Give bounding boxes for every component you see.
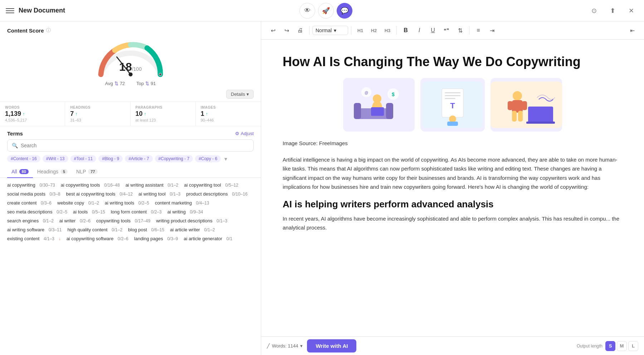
svg-rect-18 xyxy=(447,122,458,126)
format-select[interactable]: Normal ▾ xyxy=(312,26,348,35)
toolbar-separator-2 xyxy=(351,26,351,35)
words-count: Words: 1144 xyxy=(272,343,298,349)
quote-button[interactable]: ❝❞ xyxy=(440,24,453,36)
headings-stat: HEADINGS 7↑ 31–63 xyxy=(65,102,130,126)
svg-rect-27 xyxy=(526,122,555,124)
terms-list: ai copywriting 0/30–73 ai copywriting to… xyxy=(0,178,261,355)
upload-button[interactable]: ⬆ xyxy=(605,4,620,18)
tag-blog[interactable]: #Blog - 9 xyxy=(98,155,123,162)
tag-tool[interactable]: #Tool - 11 xyxy=(70,155,97,162)
list-item: long form content 0/2–3 xyxy=(111,209,162,215)
svg-rect-25 xyxy=(518,111,523,122)
tag-writ[interactable]: #Writ - 13 xyxy=(43,155,68,162)
gauge-target xyxy=(159,73,161,75)
list-item: website copy 0/1–2 xyxy=(57,200,99,206)
list-item: seo meta descriptions 0/2–5 xyxy=(7,209,67,215)
tab-nlp[interactable]: NLP 77 xyxy=(72,166,102,178)
gauge-number: 18 xyxy=(119,60,132,73)
terms-header: Terms ⚙ Adjust xyxy=(0,126,261,139)
misc-button[interactable]: ⇅ xyxy=(454,24,466,36)
doc-title: New Document xyxy=(19,7,65,14)
article-body-1[interactable]: Artificial intelligence is having a big … xyxy=(283,155,623,192)
search-input[interactable] xyxy=(21,143,249,148)
tab-headings[interactable]: Headings 5 xyxy=(33,166,72,178)
search-icon: 🔍 xyxy=(12,143,18,148)
editor-toolbar: ↩ ↪ 🖨 Normal ▾ H1 H2 H3 B I U ❝❞ ⇅ ≡ ⇥ ⇤ xyxy=(261,21,644,40)
svg-text:$: $ xyxy=(392,92,395,97)
menu-icon[interactable] xyxy=(6,6,14,15)
image-source: Image Source: FreeImages xyxy=(283,139,623,148)
italic-button[interactable]: I xyxy=(413,24,425,36)
paragraphs-stat: PARAGRAPHS 10↑ at least 123 xyxy=(131,102,196,126)
redo-button[interactable]: ↪ xyxy=(280,24,293,36)
tag-article[interactable]: #Article - 7 xyxy=(125,155,152,162)
indent-button[interactable]: ⇥ xyxy=(486,24,498,36)
illustration-2: T xyxy=(422,82,483,128)
eye-button[interactable]: ⊙ xyxy=(587,4,601,18)
gauge-denom: /100 xyxy=(132,66,142,72)
article-subtitle-1[interactable]: AI is helping writers perform advanced a… xyxy=(283,199,623,210)
tag-copy[interactable]: #Copy - 6 xyxy=(195,155,221,162)
list-item: ai writing tool 0/1–3 xyxy=(138,191,181,197)
article-body-2[interactable]: In recent years, AI algorithms have beco… xyxy=(283,214,623,232)
svg-rect-21 xyxy=(512,100,523,113)
toolbar-separator-3 xyxy=(396,26,397,35)
list-item: ai article writer 0/1–2 xyxy=(170,227,215,232)
length-s-button[interactable]: S xyxy=(605,341,615,351)
bold-button[interactable]: B xyxy=(400,24,412,36)
info-icon[interactable]: ⓘ xyxy=(46,27,51,34)
chat-button[interactable]: 💬 xyxy=(337,3,352,19)
adjust-button[interactable]: ⚙ Adjust xyxy=(235,131,254,136)
collapse-button[interactable]: ⇤ xyxy=(626,24,638,36)
list-item: ai writing software 0/3–11 xyxy=(7,227,62,232)
tab-all[interactable]: All 80 xyxy=(7,166,33,178)
terms-grid: ai copywriting 0/30–73 ai copywriting to… xyxy=(7,182,254,243)
list-item: ai copywriting 0/30–73 xyxy=(7,182,55,188)
content-score-header: Content Score ⓘ xyxy=(0,21,261,36)
header-left: New Document xyxy=(6,6,65,15)
print-button[interactable]: 🖨 xyxy=(294,24,306,36)
words-chevron[interactable]: ▾ xyxy=(300,343,303,349)
tags-more-button[interactable]: ▾ xyxy=(223,156,229,162)
gauge-avg-top: Avg ⇅ 72 Top ⇅ 91 xyxy=(105,81,156,86)
tag-content[interactable]: #Content - 16 xyxy=(7,155,40,162)
length-m-button[interactable]: M xyxy=(617,341,627,351)
top-value: Top ⇅ 91 xyxy=(136,81,156,86)
h2-button[interactable]: H2 xyxy=(368,24,380,36)
output-length-section: Output length S M L xyxy=(577,341,638,351)
rocket-button[interactable]: 🚀 xyxy=(318,3,334,19)
close-button[interactable]: ✕ xyxy=(624,4,638,18)
preview-button[interactable]: 👁 xyxy=(299,3,315,19)
list-item: landing pages 0/3–9 xyxy=(134,236,178,241)
svg-point-20 xyxy=(513,91,522,100)
main-layout: Content Score ⓘ xyxy=(0,21,644,355)
h3-button[interactable]: H3 xyxy=(381,24,394,36)
h1-button[interactable]: H1 xyxy=(354,24,366,36)
list-item: content marketing 0/4–13 xyxy=(155,200,209,206)
list-item: existing content 4/1–3 ↓ xyxy=(7,236,61,241)
svg-rect-14 xyxy=(445,95,460,96)
underline-button[interactable]: U xyxy=(427,24,439,36)
content-score-title: Content Score xyxy=(7,28,44,34)
avg-value: Avg ⇅ 72 xyxy=(105,81,125,86)
tags-row: #Content - 16 #Writ - 13 #Tool - 11 #Blo… xyxy=(0,155,261,166)
length-l-button[interactable]: L xyxy=(628,341,638,351)
editor-content: How AI Is Changing The Way We Do Copywri… xyxy=(261,40,644,336)
article-title[interactable]: How AI Is Changing The Way We Do Copywri… xyxy=(283,54,623,69)
tag-copywriting[interactable]: #Copywriting - 7 xyxy=(155,155,193,162)
list-item: create content 0/3–6 xyxy=(7,200,52,206)
undo-button[interactable]: ↩ xyxy=(267,24,279,36)
align-button[interactable]: ≡ xyxy=(472,24,484,36)
search-input-wrapper: 🔍 xyxy=(7,139,254,152)
write-with-ai-button[interactable]: Write with AI xyxy=(307,339,356,352)
details-button[interactable]: Details ▾ xyxy=(226,90,254,99)
bottom-bar: ╱ Words: 1144 ▾ Write with AI Output len… xyxy=(261,336,644,355)
gauge-score: 18/100 xyxy=(119,60,142,74)
article-image-2: T xyxy=(420,78,485,132)
list-item: ai writing 0/9–34 xyxy=(167,209,203,215)
list-item: ai copywriting software 0/2–6 xyxy=(67,236,128,241)
svg-rect-13 xyxy=(445,92,460,93)
list-item: ai writer 0/2–6 xyxy=(59,218,91,223)
output-length-label: Output length xyxy=(577,344,602,349)
list-item: writing product descriptions 0/1–3 xyxy=(156,218,227,223)
